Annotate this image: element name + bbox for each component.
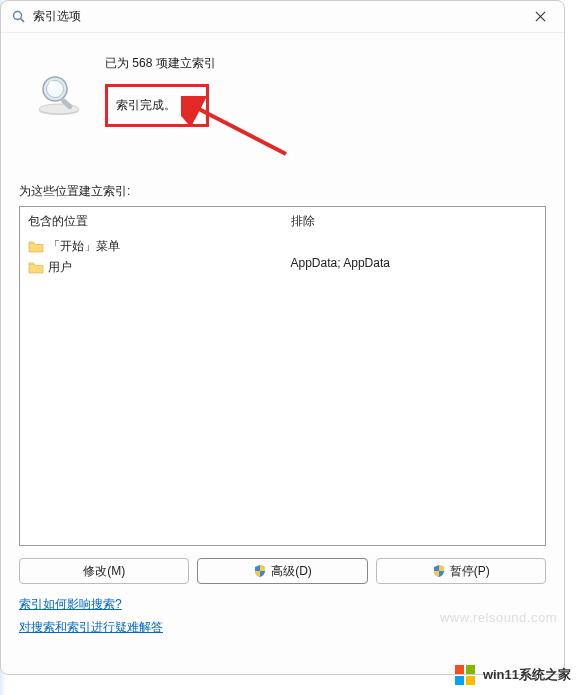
shield-icon (432, 564, 446, 578)
list-item-label: 用户 (48, 259, 72, 276)
window-title: 索引选项 (33, 8, 81, 25)
excluded-header: 排除 (291, 213, 538, 230)
watermark-brand-text: win11系统之家 (483, 666, 571, 684)
highlight-annotation: 索引完成。 (105, 84, 209, 127)
magnifying-glass-icon (35, 69, 83, 117)
svg-rect-13 (466, 665, 475, 674)
search-options-icon (11, 9, 27, 25)
svg-rect-15 (466, 676, 475, 685)
exclusion-text: AppData; AppData (291, 256, 538, 270)
indexed-count-text: 已为 568 项建立索引 (105, 55, 216, 72)
list-item[interactable]: 用户 (28, 259, 275, 276)
svg-point-0 (14, 11, 22, 19)
shield-icon (253, 564, 267, 578)
included-header: 包含的位置 (28, 213, 275, 230)
svg-point-8 (49, 81, 55, 89)
folder-icon (28, 261, 44, 275)
svg-point-5 (39, 104, 79, 114)
locations-list: 包含的位置 「开始」菜单 用户 排除 (19, 206, 546, 546)
titlebar: 索引选项 (1, 1, 564, 33)
modify-button[interactable]: 修改(M) (19, 558, 189, 584)
close-button[interactable] (526, 3, 554, 31)
svg-point-7 (47, 81, 64, 98)
svg-line-1 (21, 18, 25, 22)
svg-rect-12 (455, 665, 464, 674)
watermark-text: www.relsound.com (440, 610, 557, 625)
windows-logo-icon (453, 663, 477, 687)
pause-button[interactable]: 暂停(P) (376, 558, 546, 584)
advanced-button[interactable]: 高级(D) (197, 558, 367, 584)
watermark-brand: win11系统之家 (453, 663, 571, 687)
status-area: 已为 568 项建立索引 索引完成。 (19, 51, 546, 127)
folder-icon (28, 240, 44, 254)
indexing-options-window: 索引选项 已为 568 项建立索引 (0, 0, 565, 675)
button-row: 修改(M) 高级(D) (19, 558, 546, 584)
list-item[interactable]: 「开始」菜单 (28, 238, 275, 255)
svg-rect-14 (455, 676, 464, 685)
index-complete-text: 索引完成。 (112, 91, 192, 120)
locations-section-label: 为这些位置建立索引: (19, 183, 546, 200)
list-item-label: 「开始」菜单 (48, 238, 120, 255)
